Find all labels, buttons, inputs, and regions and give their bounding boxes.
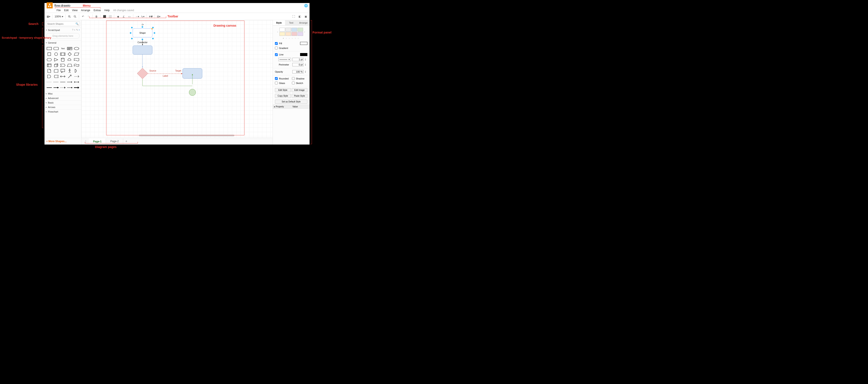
search-input[interactable] <box>46 22 80 26</box>
fill-color-button[interactable] <box>300 42 307 45</box>
color-swatch[interactable] <box>285 28 291 32</box>
copy-style-button[interactable]: Copy Style <box>275 94 291 98</box>
swatch-prev-icon[interactable]: ‹ <box>276 31 279 33</box>
menu-file[interactable]: File <box>55 8 62 12</box>
paste-style-button[interactable]: Paste Style <box>292 94 308 98</box>
section-flowchart[interactable]: ▸Flowchart <box>44 109 81 114</box>
line-checkbox[interactable] <box>275 53 278 56</box>
scratchpad-add-icon[interactable]: + <box>74 29 75 31</box>
shape-arrow-ne[interactable] <box>67 74 73 79</box>
perimeter-input[interactable] <box>292 63 304 66</box>
shape-trapezoid[interactable] <box>67 63 73 68</box>
shape-link5[interactable] <box>73 85 80 90</box>
menu-help[interactable]: Help <box>103 8 112 12</box>
set-default-style-button[interactable]: Set as Default Style <box>275 100 307 104</box>
section-general[interactable]: ▾General <box>44 40 81 45</box>
shape-circle[interactable] <box>53 52 59 57</box>
color-swatch[interactable] <box>298 32 303 36</box>
section-basic[interactable]: ▸Basic <box>44 100 81 105</box>
shape-text[interactable]: Text <box>60 46 66 51</box>
outline-toggle-icon[interactable]: ▣ <box>303 14 308 19</box>
undo-icon[interactable]: ↶ <box>81 14 86 19</box>
color-swatch[interactable] <box>291 32 297 36</box>
zoom-level[interactable]: 100% ▾ <box>54 15 64 18</box>
shape-diamond[interactable] <box>67 52 73 57</box>
rounded-checkbox[interactable] <box>275 77 278 80</box>
menu-arrange[interactable]: Arrange <box>79 8 92 12</box>
shape-actor[interactable] <box>67 69 73 73</box>
swatch-next-icon[interactable]: › <box>304 31 306 33</box>
color-swatch[interactable] <box>291 28 297 32</box>
line-width-input[interactable] <box>292 58 304 61</box>
swatch-pagination[interactable]: ● ○ ○ ○ ○ ○ <box>273 37 310 41</box>
section-arrows[interactable]: ▸Arrows <box>44 105 81 109</box>
shape-link3[interactable] <box>60 85 66 90</box>
shape-cloud[interactable] <box>67 57 73 62</box>
color-swatch[interactable] <box>285 32 291 36</box>
color-swatch[interactable] <box>279 32 285 36</box>
shape-or[interactable] <box>73 69 80 73</box>
scratchpad-header[interactable]: ▾ Scratchpad ? + ✎ × <box>44 28 81 32</box>
property-table-header[interactable]: ▸ PropertyValue <box>273 105 310 109</box>
shape-internal-storage[interactable] <box>46 63 52 68</box>
shape-rect[interactable] <box>46 46 52 51</box>
scratchpad-dropzone[interactable]: Drag elements here <box>46 33 80 39</box>
shape-arrow-line[interactable] <box>67 80 73 84</box>
shape-arrow-both[interactable] <box>73 80 80 84</box>
shadow-checkbox[interactable] <box>292 77 295 80</box>
section-advanced[interactable]: ▸Advanced <box>44 96 81 100</box>
format-toggle-icon[interactable]: ◧ <box>297 14 302 19</box>
shape-line[interactable] <box>60 80 66 84</box>
fill-checkbox[interactable] <box>275 42 278 45</box>
line-color-button[interactable] <box>300 53 307 56</box>
shape-cube[interactable] <box>53 63 59 68</box>
shape-textbox[interactable] <box>67 46 73 51</box>
zoom-in-icon[interactable] <box>67 14 72 19</box>
shape-arrow-bidir[interactable] <box>60 74 66 79</box>
shape-step[interactable] <box>60 63 66 68</box>
shape-hexagon[interactable] <box>46 57 52 62</box>
shape-data-storage[interactable] <box>53 74 59 79</box>
zoom-out-icon[interactable] <box>72 14 78 19</box>
shape-document[interactable] <box>73 57 80 62</box>
shape-link2[interactable] <box>53 85 59 90</box>
menu-extras[interactable]: Extras <box>92 8 103 12</box>
shape-card[interactable] <box>53 69 59 73</box>
shape-arrow-dashed[interactable] <box>73 74 80 79</box>
edit-image-button[interactable]: Edit Image <box>292 88 308 92</box>
scratchpad-edit-icon[interactable]: ✎ <box>76 29 78 31</box>
sketch-checkbox[interactable] <box>292 81 295 84</box>
color-swatch[interactable] <box>298 28 303 32</box>
scratchpad-close-icon[interactable]: × <box>79 29 80 31</box>
shape-triangle[interactable] <box>53 57 59 62</box>
format-tab-arrange[interactable]: Arrange <box>297 20 310 25</box>
view-dropdown[interactable]: ▦▾ <box>46 14 51 19</box>
search-icon[interactable]: 🔍 <box>75 22 79 25</box>
section-misc[interactable]: ▸Misc <box>44 91 81 96</box>
menu-view[interactable]: View <box>70 8 79 12</box>
fullscreen-icon[interactable]: ⛶ <box>291 14 296 19</box>
shape-link1[interactable] <box>46 85 52 90</box>
shape-callout[interactable] <box>60 69 66 73</box>
line-style-select[interactable]: ▼ <box>278 58 291 61</box>
shape-note[interactable] <box>46 69 52 73</box>
color-swatch[interactable] <box>279 28 285 32</box>
shape-link4[interactable] <box>67 85 73 90</box>
gradient-checkbox[interactable] <box>275 46 278 49</box>
shape-rounded-rect[interactable] <box>53 46 59 51</box>
glass-checkbox[interactable] <box>275 81 278 84</box>
shape-cylinder[interactable] <box>60 57 66 62</box>
filename[interactable]: flow.drawio <box>54 4 70 7</box>
shape-ellipse[interactable] <box>73 46 80 51</box>
shape-and[interactable] <box>46 74 52 79</box>
opacity-input[interactable] <box>292 70 304 73</box>
scratchpad-help-icon[interactable]: ? <box>72 29 73 31</box>
shape-line-dotted[interactable] <box>46 80 52 84</box>
shape-tape[interactable] <box>73 63 80 68</box>
format-tab-style[interactable]: Style <box>273 20 285 25</box>
shape-parallelogram[interactable] <box>73 52 80 57</box>
menu-edit[interactable]: Edit <box>62 8 70 12</box>
shape-square[interactable] <box>46 52 52 57</box>
shape-line-dashed[interactable] <box>53 80 59 84</box>
edit-style-button[interactable]: Edit Style <box>275 88 291 92</box>
